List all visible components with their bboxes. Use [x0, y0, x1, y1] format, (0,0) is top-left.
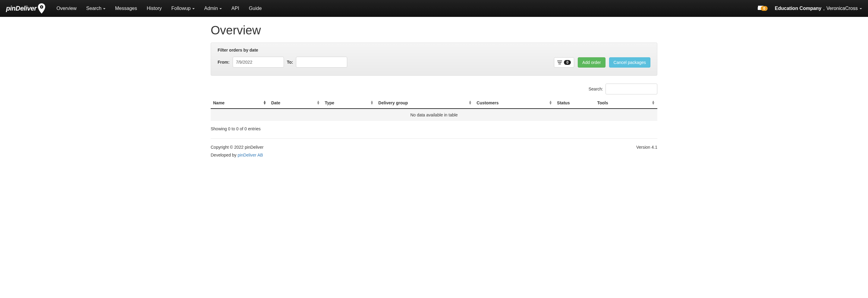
nav-overview[interactable]: Overview: [52, 0, 82, 17]
to-label: To:: [287, 60, 293, 64]
sort-icon: ▲▼: [370, 100, 373, 105]
nav-followup[interactable]: Followup: [166, 0, 199, 17]
developer-link[interactable]: pinDeliver AB: [238, 153, 263, 157]
chevron-down-icon: [219, 8, 222, 9]
nav-search[interactable]: Search: [82, 0, 110, 17]
svg-rect-3: [557, 61, 562, 61]
developed-prefix: Developed by: [211, 153, 238, 157]
from-label: From:: [218, 60, 230, 64]
panel-actions: 0 Add order Cancel packages: [554, 57, 650, 67]
table-header-row: Name ▲▼ Date ▲▼ Type ▲▼ Delivery group ▲…: [211, 97, 657, 109]
user-menu[interactable]: Education Company, VeronicaCross: [775, 6, 862, 11]
mail-count-badge: 0: [761, 6, 768, 11]
col-label: Delivery group: [378, 100, 408, 105]
col-date[interactable]: Date ▲▼: [269, 97, 322, 109]
col-type[interactable]: Type ▲▼: [322, 97, 376, 109]
brand-text: pinDeliver: [6, 4, 36, 12]
filter-panel: Filter orders by date From: To: 0 Add or…: [211, 42, 657, 76]
table-empty-row: No data available in table: [211, 109, 657, 121]
copyright-text: Copyright © 2022 pinDeliver: [211, 145, 264, 150]
messages-indicator[interactable]: ✉ 0: [758, 6, 768, 11]
chevron-down-icon: [860, 8, 862, 9]
add-order-button[interactable]: Add order: [578, 57, 605, 67]
sort-icon: ▲▼: [317, 100, 320, 105]
nav-admin[interactable]: Admin: [199, 0, 227, 17]
col-name[interactable]: Name ▲▼: [211, 97, 269, 109]
footer-row: Copyright © 2022 pinDeliver Version 4.1: [211, 145, 657, 150]
button-label: Add order: [582, 60, 601, 65]
col-label: Type: [324, 100, 334, 105]
col-label: Date: [271, 100, 280, 105]
col-status[interactable]: Status: [555, 97, 595, 109]
empty-text: No data available in table: [211, 109, 657, 121]
nav-guide[interactable]: Guide: [244, 0, 267, 17]
orders-table: Name ▲▼ Date ▲▼ Type ▲▼ Delivery group ▲…: [211, 97, 657, 121]
user-name: VeronicaCross: [827, 6, 858, 11]
nav-label: Messages: [115, 6, 137, 11]
nav-label: Guide: [249, 6, 262, 11]
table-search-row: Search:: [211, 84, 657, 94]
sort-icon: ▲▼: [549, 100, 552, 105]
page-container: Overview Filter orders by date From: To:…: [210, 24, 658, 157]
list-icon: [557, 60, 562, 64]
col-label: Tools: [597, 100, 608, 105]
from-date-input[interactable]: [233, 57, 284, 67]
to-date-input[interactable]: [296, 57, 347, 67]
nav-label: Followup: [171, 6, 190, 11]
svg-point-1: [41, 6, 42, 7]
page-title: Overview: [211, 24, 657, 37]
col-label: Name: [213, 100, 224, 105]
sort-icon: ▲▼: [652, 100, 655, 105]
chevron-down-icon: [103, 8, 105, 9]
nav-label: Search: [86, 6, 101, 11]
search-label: Search:: [589, 87, 603, 91]
col-customers[interactable]: Customers ▲▼: [474, 97, 555, 109]
entries-info: Showing 0 to 0 of 0 entries: [211, 126, 657, 131]
footer-separator: [211, 139, 657, 139]
nav-items: Overview Search Messages History Followu…: [52, 0, 267, 17]
col-tools[interactable]: Tools ▲▼: [595, 97, 657, 109]
cancel-packages-button[interactable]: Cancel packages: [609, 57, 650, 67]
col-delivery-group[interactable]: Delivery group ▲▼: [376, 97, 474, 109]
nav-messages[interactable]: Messages: [110, 0, 142, 17]
col-label: Customers: [476, 100, 498, 105]
sort-icon: ▲▼: [468, 100, 472, 105]
navbar: pinDeliver Overview Search Messages Hist…: [0, 0, 868, 17]
version-text: Version 4.1: [636, 145, 657, 150]
nav-history[interactable]: History: [142, 0, 167, 17]
pin-icon: [38, 3, 45, 13]
button-label: Cancel packages: [614, 60, 646, 65]
nav-label: API: [231, 6, 239, 11]
svg-rect-4: [558, 62, 561, 63]
svg-rect-5: [558, 64, 561, 64]
table-search-input[interactable]: [606, 84, 657, 94]
nav-label: Admin: [204, 6, 218, 11]
nav-right: ✉ 0 Education Company, VeronicaCross: [758, 6, 862, 11]
nav-api[interactable]: API: [227, 0, 244, 17]
brand-logo[interactable]: pinDeliver: [6, 3, 45, 13]
sort-icon: ▲▼: [263, 100, 267, 105]
filter-panel-title: Filter orders by date: [218, 48, 258, 53]
user-company: Education Company: [775, 6, 822, 11]
nav-label: History: [147, 6, 162, 11]
col-label: Status: [557, 100, 570, 105]
nav-label: Overview: [56, 6, 76, 11]
filter-row: From: To:: [218, 57, 347, 67]
queue-button[interactable]: 0: [554, 57, 574, 67]
chevron-down-icon: [192, 8, 195, 9]
queue-count-badge: 0: [564, 60, 571, 65]
footer-developed: Developed by pinDeliver AB: [211, 153, 657, 157]
